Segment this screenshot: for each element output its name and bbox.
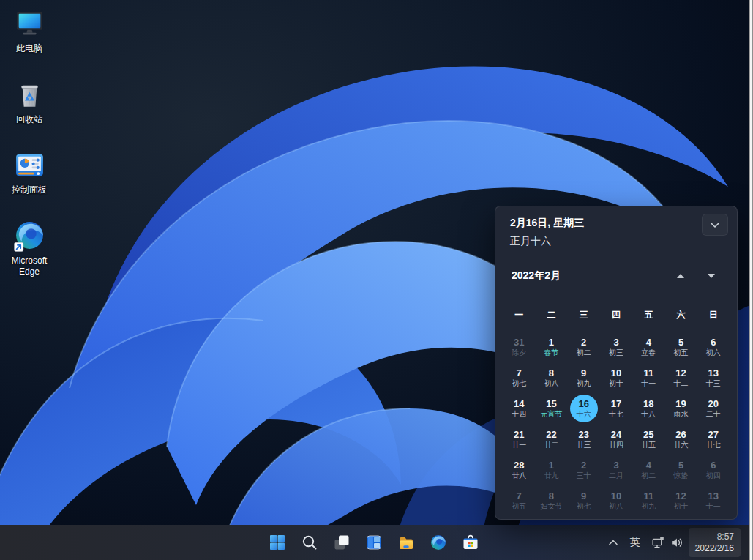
calendar-day-cell[interactable]: 5初五 bbox=[664, 332, 697, 362]
file-explorer-icon bbox=[397, 534, 415, 551]
weekday-label: 六 bbox=[664, 306, 697, 324]
calendar-day-cell[interactable]: 25廿五 bbox=[632, 424, 664, 455]
task-view-button[interactable] bbox=[326, 526, 357, 559]
weekday-label: 三 bbox=[568, 306, 600, 324]
screen-edge-border bbox=[749, 0, 753, 560]
calendar-day-cell[interactable]: 2三十 bbox=[568, 455, 600, 485]
calendar-day-cell[interactable]: 10初八 bbox=[600, 485, 632, 516]
network-icon bbox=[652, 537, 664, 548]
taskbar: 英 8:57 2022/2/16 bbox=[0, 525, 753, 560]
microsoft-store-icon bbox=[462, 534, 479, 551]
start-button[interactable] bbox=[262, 526, 293, 559]
weekday-label: 四 bbox=[600, 306, 632, 324]
calendar-day-cell[interactable]: 6初四 bbox=[697, 455, 730, 485]
calendar-month-label: 2022年2月 bbox=[512, 269, 671, 283]
calendar-next-month-button[interactable] bbox=[702, 269, 721, 283]
desktop-icon-microsoft-edge[interactable]: Microsoft Edge bbox=[1, 220, 57, 278]
calendar-day-cell[interactable]: 17十七 bbox=[600, 393, 632, 424]
calendar-date-title: 2月16日, 星期三 bbox=[510, 217, 722, 230]
calendar-day-cell[interactable]: 4初二 bbox=[632, 455, 664, 485]
calendar-weekday-row: 一二三四五六日 bbox=[495, 306, 737, 324]
quick-settings-button[interactable] bbox=[647, 528, 687, 557]
calendar-day-cell[interactable]: 24廿四 bbox=[600, 424, 632, 455]
this-pc-icon bbox=[13, 7, 46, 40]
calendar-day-cell[interactable]: 12十二 bbox=[664, 362, 697, 393]
ime-language-button[interactable]: 英 bbox=[625, 528, 645, 557]
calendar-day-cell[interactable]: 31除夕 bbox=[503, 332, 535, 362]
calendar-day-cell[interactable]: 13十三 bbox=[697, 362, 730, 393]
calendar-day-cell[interactable]: 2初二 bbox=[568, 332, 600, 362]
calendar-collapse-button[interactable] bbox=[702, 214, 728, 236]
calendar-day-cell[interactable]: 22廿二 bbox=[535, 424, 567, 455]
chevron-down-icon bbox=[710, 222, 720, 228]
search-icon bbox=[301, 534, 318, 551]
task-view-icon bbox=[333, 534, 351, 551]
calendar-day-cell[interactable]: 1春节 bbox=[535, 332, 567, 362]
calendar-day-cell[interactable]: 3初三 bbox=[600, 332, 632, 362]
desktop-icon-recycle-bin[interactable]: 回收站 bbox=[1, 78, 57, 126]
calendar-day-cell[interactable]: 10初十 bbox=[600, 362, 632, 393]
calendar-day-cell[interactable]: 14十四 bbox=[503, 393, 535, 424]
calendar-day-cell[interactable]: 9初九 bbox=[568, 362, 600, 393]
triangle-up-icon bbox=[677, 274, 684, 278]
file-explorer-button[interactable] bbox=[391, 526, 422, 559]
search-button[interactable] bbox=[294, 526, 325, 559]
taskbar-center-icons bbox=[262, 525, 486, 560]
clock-button[interactable]: 8:57 2022/2/16 bbox=[689, 528, 741, 557]
desktop-icon-label: 此电脑 bbox=[16, 43, 42, 55]
edge-taskbar-button[interactable] bbox=[423, 526, 454, 559]
microsoft-store-button[interactable] bbox=[455, 526, 486, 559]
calendar-day-cell[interactable]: 12初十 bbox=[664, 485, 697, 516]
calendar-day-cell[interactable]: 11十一 bbox=[632, 362, 664, 393]
calendar-day-cell[interactable]: 11初九 bbox=[632, 485, 664, 516]
calendar-day-cell[interactable]: 27廿七 bbox=[697, 424, 730, 455]
calendar-lunar-date: 正月十六 bbox=[510, 235, 722, 248]
calendar-flyout: 2月16日, 星期三 正月十六 2022年2月 一二三四五六日 31除夕1春节2… bbox=[495, 206, 738, 520]
chevron-up-icon bbox=[608, 538, 618, 547]
calendar-day-cell[interactable]: 26廿六 bbox=[664, 424, 697, 455]
calendar-day-cell[interactable]: 4立春 bbox=[632, 332, 664, 362]
edge-icon bbox=[430, 534, 447, 551]
calendar-day-cell[interactable]: 7初七 bbox=[503, 362, 535, 393]
calendar-month-row: 2022年2月 bbox=[495, 258, 737, 294]
desktop-icon-label: Microsoft Edge bbox=[3, 255, 56, 278]
calendar-header: 2月16日, 星期三 正月十六 bbox=[495, 206, 737, 258]
calendar-day-cell[interactable]: 13十一 bbox=[697, 485, 730, 516]
calendar-day-cell[interactable]: 18十八 bbox=[632, 393, 664, 424]
weekday-label: 一 bbox=[503, 306, 535, 324]
calendar-day-cell[interactable]: 3二月 bbox=[600, 455, 632, 485]
hidden-icons-button[interactable] bbox=[603, 528, 623, 557]
desktop-icon-list: 此电脑 回收站 bbox=[1, 7, 57, 278]
calendar-day-cell[interactable]: 9初七 bbox=[568, 485, 600, 516]
ime-language-label: 英 bbox=[630, 536, 640, 549]
calendar-grid: 31除夕1春节2初二3初三4立春5初五6初六7初七8初八9初九10初十11十一1… bbox=[495, 332, 737, 516]
windows-start-icon bbox=[269, 534, 286, 551]
desktop-icon-control-panel[interactable]: 控制面板 bbox=[1, 149, 57, 196]
clock-time: 8:57 bbox=[717, 531, 734, 542]
volume-icon bbox=[671, 537, 682, 548]
clock-date: 2022/2/16 bbox=[695, 542, 734, 554]
calendar-day-cell[interactable]: 28廿八 bbox=[503, 455, 535, 485]
calendar-day-cell[interactable]: 8妇女节 bbox=[535, 485, 567, 516]
recycle-bin-icon bbox=[13, 78, 46, 111]
widgets-icon bbox=[365, 534, 383, 551]
desktop-icon-label: 回收站 bbox=[16, 114, 42, 126]
calendar-day-cell[interactable]: 8初八 bbox=[535, 362, 567, 393]
calendar-day-cell[interactable]: 7初五 bbox=[503, 485, 535, 516]
calendar-day-cell-selected[interactable]: 16十六 bbox=[568, 393, 600, 424]
desktop-icon-label: 控制面板 bbox=[12, 184, 47, 196]
desktop-icon-this-pc[interactable]: 此电脑 bbox=[1, 7, 57, 55]
calendar-day-cell[interactable]: 23廿三 bbox=[568, 424, 600, 455]
calendar-prev-month-button[interactable] bbox=[671, 269, 690, 283]
calendar-day-cell[interactable]: 6初六 bbox=[697, 332, 730, 362]
calendar-day-cell[interactable]: 1廿九 bbox=[535, 455, 567, 485]
edge-icon bbox=[13, 220, 46, 253]
calendar-day-cell[interactable]: 5惊蛰 bbox=[664, 455, 697, 485]
widgets-button[interactable] bbox=[359, 526, 389, 559]
calendar-day-cell[interactable]: 19雨水 bbox=[664, 393, 697, 424]
calendar-day-cell[interactable]: 20二十 bbox=[697, 393, 730, 424]
system-tray: 英 8:57 2022/2/16 bbox=[603, 525, 741, 560]
weekday-label: 日 bbox=[697, 306, 730, 324]
calendar-day-cell[interactable]: 15元宵节 bbox=[535, 393, 567, 424]
calendar-day-cell[interactable]: 21廿一 bbox=[503, 424, 535, 455]
